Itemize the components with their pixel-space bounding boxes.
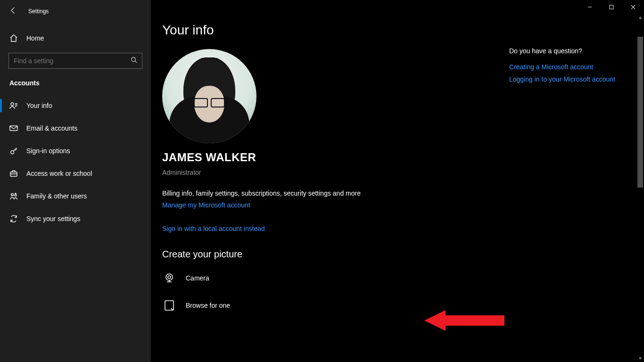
svg-rect-10 [165, 301, 173, 310]
sync-icon [9, 214, 18, 223]
family-icon [9, 192, 18, 200]
profile-avatar [162, 49, 256, 143]
svg-point-8 [166, 274, 173, 280]
home-icon [9, 34, 18, 42]
help-link-login[interactable]: Logging in to your Microsoft account [509, 75, 627, 83]
sidebar-item-label: Email & accounts [26, 124, 77, 132]
sidebar-item-work[interactable]: Access work or school [0, 162, 151, 185]
svg-marker-13 [639, 357, 642, 360]
sidebar-item-label: Access work or school [26, 170, 92, 177]
sidebar-section-label: Accounts [0, 79, 151, 87]
your-info-icon [9, 101, 18, 110]
svg-point-5 [11, 194, 14, 196]
svg-rect-7 [610, 5, 613, 9]
sidebar-item-label: Your info [26, 102, 52, 109]
titlebar: Settings [0, 0, 151, 20]
search-input[interactable] [14, 57, 131, 65]
sidebar-item-signin[interactable]: Sign-in options [0, 140, 151, 162]
svg-point-3 [11, 151, 14, 154]
window-controls [579, 0, 644, 14]
svg-point-0 [132, 58, 136, 62]
manage-account-link[interactable]: Manage my Microsoft account [162, 201, 250, 209]
email-icon [9, 124, 18, 132]
svg-point-9 [168, 276, 171, 279]
minimize-button[interactable] [579, 0, 601, 14]
user-role: Administrator [162, 169, 361, 176]
help-link-create-account[interactable]: Creating a Microsoft account [509, 63, 627, 71]
scrollbar[interactable] [636, 14, 644, 362]
svg-marker-12 [639, 16, 642, 19]
local-signin-link[interactable]: Sign in with a local account instead [162, 225, 265, 232]
back-icon[interactable] [9, 7, 17, 16]
camera-option[interactable]: Camera [162, 271, 361, 285]
maximize-button[interactable] [601, 0, 622, 14]
home-nav[interactable]: Home [0, 28, 151, 48]
browse-icon [162, 298, 176, 313]
svg-point-1 [11, 103, 14, 106]
main-area: Your info JAMES WALKER Administrator Bil… [151, 0, 644, 362]
sidebar-nav: Your info Email & accounts Sign-in optio… [0, 94, 151, 230]
browse-label: Browse for one [186, 302, 230, 309]
briefcase-icon [9, 169, 18, 178]
close-button[interactable] [622, 0, 644, 14]
sidebar: Settings Home Accounts Your info Email &… [0, 0, 151, 362]
scroll-down-icon[interactable] [636, 354, 644, 362]
content: Your info JAMES WALKER Administrator Bil… [151, 0, 644, 362]
home-label: Home [26, 34, 44, 42]
sidebar-item-label: Sign-in options [26, 147, 70, 155]
sidebar-item-your-info[interactable]: Your info [0, 94, 151, 117]
username: JAMES WALKER [162, 151, 361, 164]
sidebar-item-sync[interactable]: Sync your settings [0, 207, 151, 230]
camera-label: Camera [186, 274, 209, 282]
camera-icon [162, 271, 176, 285]
app-title: Settings [28, 8, 49, 15]
browse-option[interactable]: Browse for one [162, 298, 361, 313]
sidebar-item-label: Sync your settings [26, 215, 80, 222]
search-wrap [0, 53, 151, 69]
sidebar-item-email[interactable]: Email & accounts [0, 117, 151, 140]
sidebar-item-family[interactable]: Family & other users [0, 185, 151, 207]
help-panel: Do you have a question? Creating a Micro… [509, 47, 627, 88]
scrollbar-thumb[interactable] [637, 37, 643, 188]
left-column: Your info JAMES WALKER Administrator Bil… [162, 23, 361, 351]
svg-point-6 [15, 194, 17, 196]
page-title: Your info [162, 23, 361, 38]
billing-description: Billing info, family settings, subscript… [162, 189, 361, 197]
picture-heading: Create your picture [162, 249, 361, 260]
key-icon [9, 147, 18, 155]
svg-rect-2 [10, 126, 17, 131]
search-icon [131, 57, 137, 65]
sidebar-item-label: Family & other users [26, 192, 87, 200]
help-title: Do you have a question? [509, 47, 627, 55]
search-box[interactable] [8, 53, 142, 69]
scroll-up-icon[interactable] [636, 14, 644, 22]
